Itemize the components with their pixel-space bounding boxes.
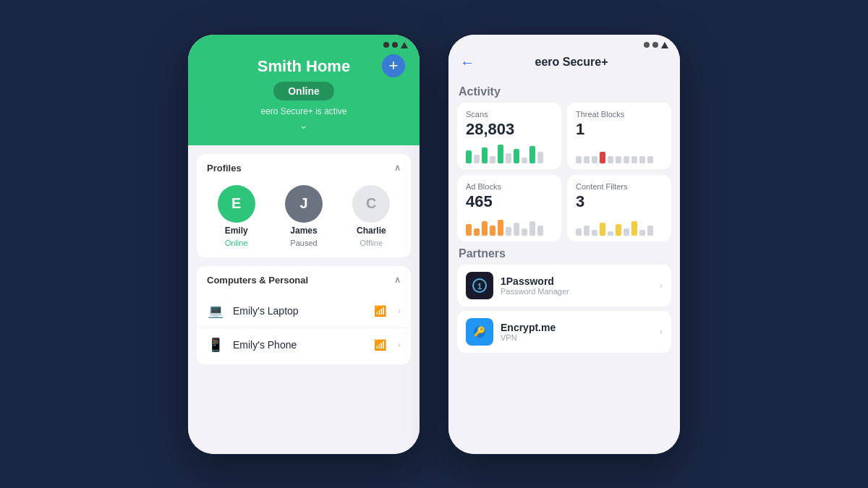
- avatar-emily: E: [218, 185, 255, 223]
- avatar-james: J: [285, 185, 323, 223]
- header-chevron[interactable]: ⌄: [299, 119, 308, 131]
- name-charlie: Charlie: [357, 226, 386, 236]
- encryptme-subtitle: VPN: [501, 333, 652, 342]
- stat-adblocks[interactable]: Ad Blocks 465: [457, 175, 561, 241]
- back-button[interactable]: ←: [460, 54, 475, 71]
- activity-label: Activity: [459, 85, 670, 98]
- profile-emily[interactable]: E Emily Online: [218, 185, 255, 247]
- signal-icon-right: [661, 42, 668, 48]
- status-dot-r1: [644, 42, 650, 48]
- 1password-chevron: ›: [660, 281, 663, 291]
- status-charlie: Offline: [360, 239, 383, 247]
- profile-charlie[interactable]: C Charlie Offline: [352, 185, 390, 247]
- scans-value: 28,803: [466, 120, 553, 139]
- devices-chevron[interactable]: ∧: [394, 275, 401, 285]
- threats-bars: [576, 143, 663, 163]
- adblocks-bars: [466, 215, 553, 236]
- name-james: James: [290, 226, 317, 236]
- status-dot-r2: [652, 42, 658, 48]
- status-bar-right: [448, 35, 680, 51]
- add-button[interactable]: +: [382, 54, 405, 77]
- status-james: Paused: [290, 239, 317, 247]
- encryptme-icon: 🔑: [466, 318, 493, 346]
- encryptme-name: Encrypt.me: [501, 322, 652, 333]
- right-phone: ← eero Secure+ Activity Scans 28,803: [448, 35, 680, 454]
- 1password-name: 1Password: [501, 275, 652, 287]
- partner-encryptme[interactable]: 🔑 Encrypt.me VPN ›: [457, 311, 671, 353]
- phones-container: + Smith Home Online eero Secure+ is acti…: [188, 35, 680, 454]
- network-title: Smith Home: [258, 57, 350, 76]
- 1password-subtitle: Password Manager: [501, 287, 652, 296]
- left-phone: + Smith Home Online eero Secure+ is acti…: [188, 35, 420, 454]
- phone-chevron: ›: [398, 340, 401, 350]
- profile-james[interactable]: J James Paused: [285, 185, 323, 247]
- right-header: ← eero Secure+: [448, 51, 680, 80]
- filters-label: Content Filters: [576, 182, 663, 191]
- svg-text:1: 1: [477, 281, 482, 290]
- phone-name: Emily's Phone: [233, 339, 365, 351]
- signal-icon: [401, 42, 408, 48]
- stat-threats[interactable]: Threat Blocks 1: [567, 103, 671, 169]
- threats-value: 1: [576, 120, 663, 139]
- devices-section: Computers & Personal ∧ 💻 Emily's Laptop …: [197, 266, 411, 364]
- status-bar-left: [188, 35, 420, 51]
- online-badge: Online: [273, 82, 334, 100]
- 1password-icon: 1: [466, 272, 493, 299]
- stats-grid: Scans 28,803: [457, 103, 671, 241]
- page-title: eero Secure+: [475, 56, 668, 69]
- left-body: Profiles ∧ E Emily Online J James Paused: [188, 145, 420, 454]
- profiles-section: Profiles ∧ E Emily Online J James Paused: [197, 154, 411, 257]
- filters-bars: [576, 215, 663, 236]
- threats-label: Threat Blocks: [576, 110, 663, 119]
- left-header: + Smith Home Online eero Secure+ is acti…: [188, 51, 420, 145]
- encryptme-info: Encrypt.me VPN: [501, 322, 652, 342]
- partners-label: Partners: [459, 247, 670, 260]
- avatar-charlie: C: [352, 185, 390, 223]
- device-laptop[interactable]: 💻 Emily's Laptop 📶 ›: [197, 294, 411, 328]
- devices-label: Computers & Personal: [207, 275, 308, 286]
- scans-label: Scans: [466, 110, 553, 119]
- profiles-chevron[interactable]: ∧: [394, 163, 401, 173]
- scans-bars: [466, 143, 553, 163]
- right-body: Activity Scans 28,803: [448, 80, 680, 454]
- status-dot-2: [392, 42, 398, 48]
- secure-subtitle: eero Secure+ is active: [260, 106, 346, 116]
- partner-1password[interactable]: 1 1Password Password Manager ›: [457, 265, 671, 307]
- adblocks-label: Ad Blocks: [466, 182, 553, 191]
- profiles-header[interactable]: Profiles ∧: [197, 154, 411, 179]
- name-emily: Emily: [225, 226, 248, 236]
- profiles-label: Profiles: [207, 163, 242, 174]
- status-dot-1: [383, 42, 389, 48]
- 1password-info: 1Password Password Manager: [501, 275, 652, 296]
- device-phone[interactable]: 📱 Emily's Phone 📶 ›: [197, 328, 411, 361]
- wifi-icon-laptop: 📶: [374, 305, 386, 317]
- filters-value: 3: [576, 192, 663, 211]
- adblocks-value: 465: [466, 192, 553, 211]
- laptop-icon: 💻: [207, 303, 224, 319]
- devices-header[interactable]: Computers & Personal ∧: [197, 266, 411, 291]
- svg-text:🔑: 🔑: [474, 325, 486, 338]
- status-emily: Online: [225, 239, 248, 247]
- profiles-row: E Emily Online J James Paused C Charlie …: [197, 179, 411, 257]
- stat-filters[interactable]: Content Filters 3: [567, 175, 671, 241]
- laptop-chevron: ›: [398, 306, 401, 316]
- laptop-name: Emily's Laptop: [233, 305, 365, 317]
- encryptme-chevron: ›: [660, 327, 663, 337]
- stat-scans[interactable]: Scans 28,803: [457, 103, 561, 169]
- phone-icon: 📱: [207, 337, 224, 353]
- wifi-icon-phone: 📶: [374, 339, 386, 351]
- device-list: 💻 Emily's Laptop 📶 › 📱 Emily's Phone 📶 ›: [197, 291, 411, 364]
